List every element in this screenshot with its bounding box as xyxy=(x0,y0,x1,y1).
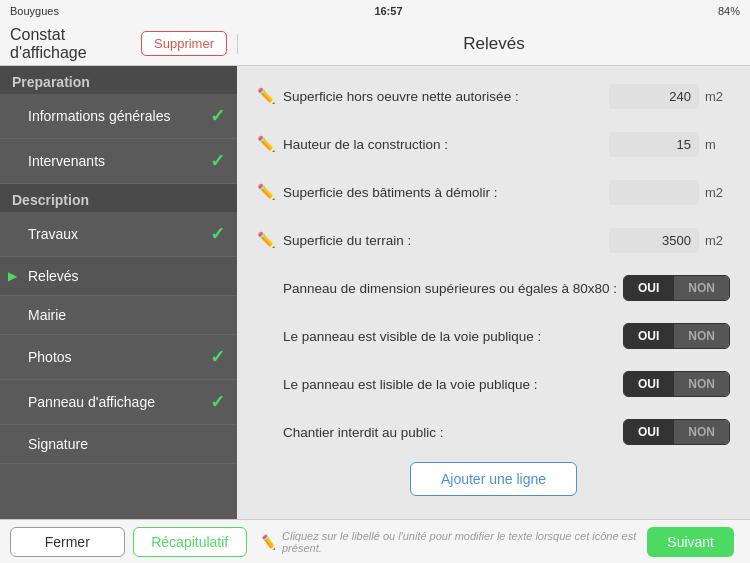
sidebar-item-photos[interactable]: Photos ✓ xyxy=(0,335,237,380)
unit-superficie-hors-oeuvre: m2 xyxy=(705,89,730,104)
form-label-superficie-terrain: Superficie du terrain : xyxy=(283,233,609,248)
main-panel: ✏️ Superficie hors oeuvre nette autorisé… xyxy=(237,66,750,519)
hint-edit-icon: ✏️ xyxy=(259,534,276,550)
fermer-button[interactable]: Fermer xyxy=(10,527,125,557)
status-bar-left: Bouygues xyxy=(10,5,59,17)
check-icon: ✓ xyxy=(210,105,225,127)
edit-icon: ✏️ xyxy=(257,135,275,153)
unit-superficie-terrain: m2 xyxy=(705,233,730,248)
input-superficie-batiments[interactable] xyxy=(609,180,699,205)
add-line-button[interactable]: Ajouter une ligne xyxy=(410,462,577,496)
form-label-panneau-lisible: Le panneau est lisible de la voie publiq… xyxy=(283,377,623,392)
header-right: Relevés xyxy=(237,34,750,54)
edit-icon: ✏️ xyxy=(257,183,275,201)
constat-title: Constat d'affichage xyxy=(10,26,141,62)
form-row-panneau-lisible: Le panneau est lisible de la voie publiq… xyxy=(257,366,730,402)
sidebar-item-mairie[interactable]: Mairie xyxy=(0,296,237,335)
toggle-non-panneau-visible[interactable]: NON xyxy=(674,324,729,348)
sidebar-item-label: Intervenants xyxy=(28,153,105,169)
toggle-chantier-interdit: OUI NON xyxy=(623,419,730,445)
edit-icon: ✏️ xyxy=(257,87,275,105)
sidebar-item-travaux[interactable]: Travaux ✓ xyxy=(0,212,237,257)
footer-right: Suivant xyxy=(647,527,740,557)
check-icon: ✓ xyxy=(210,223,225,245)
sidebar-section-description: Description xyxy=(0,184,237,212)
toggle-oui-panneau-lisible[interactable]: OUI xyxy=(624,372,673,396)
check-icon: ✓ xyxy=(210,346,225,368)
footer-left: Fermer Récapitulatif xyxy=(10,527,247,557)
hint-text: Cliquez sur le libellé ou l'unité pour m… xyxy=(282,530,647,554)
form-label-superficie-hors-oeuvre: Superficie hors oeuvre nette autorisée : xyxy=(283,89,609,104)
form-area: ✏️ Superficie hors oeuvre nette autorisé… xyxy=(237,66,750,519)
form-row-hauteur-construction: ✏️ Hauteur de la construction : m xyxy=(257,126,730,162)
form-row-superficie-terrain: ✏️ Superficie du terrain : m2 xyxy=(257,222,730,258)
toggle-oui-panneau-visible[interactable]: OUI xyxy=(624,324,673,348)
sidebar-item-panneau-affichage[interactable]: Panneau d'affichage ✓ xyxy=(0,380,237,425)
footer: Fermer Récapitulatif ✏️ Cliquez sur le l… xyxy=(0,519,750,563)
check-icon: ✓ xyxy=(210,150,225,172)
suivant-button[interactable]: Suivant xyxy=(647,527,734,557)
unit-hauteur-construction: m xyxy=(705,137,730,152)
status-bar-time: 16:57 xyxy=(374,5,402,17)
form-row-panneau-dimension: Panneau de dimension supérieures ou égal… xyxy=(257,270,730,306)
sidebar-item-signature[interactable]: Signature xyxy=(0,425,237,464)
toggle-panneau-visible: OUI NON xyxy=(623,323,730,349)
sidebar-section-preparation: Preparation xyxy=(0,66,237,94)
sidebar-item-label: Mairie xyxy=(28,307,66,323)
form-row-chantier-interdit: Chantier interdit au public : OUI NON xyxy=(257,414,730,450)
form-row-panneau-visible: Le panneau est visible de la voie publiq… xyxy=(257,318,730,354)
content: Preparation Informations générales ✓ Int… xyxy=(0,66,750,519)
sidebar-item-label: Photos xyxy=(28,349,72,365)
app-container: Constat d'affichage Supprimer Relevés Pr… xyxy=(0,22,750,563)
toggle-panneau-dimension: OUI NON xyxy=(623,275,730,301)
battery: 84% xyxy=(718,5,740,17)
check-icon: ✓ xyxy=(210,391,225,413)
form-label-hauteur-construction: Hauteur de la construction : xyxy=(283,137,609,152)
input-superficie-hors-oeuvre[interactable] xyxy=(609,84,699,109)
sidebar-item-label: Travaux xyxy=(28,226,78,242)
sidebar-item-intervenants[interactable]: Intervenants ✓ xyxy=(0,139,237,184)
form-label-chantier-interdit: Chantier interdit au public : xyxy=(283,425,623,440)
form-row-superficie-hors-oeuvre: ✏️ Superficie hors oeuvre nette autorisé… xyxy=(257,78,730,114)
footer-hint: ✏️ Cliquez sur le libellé ou l'unité pou… xyxy=(247,530,647,554)
toggle-oui-panneau-dimension[interactable]: OUI xyxy=(624,276,673,300)
sidebar: Preparation Informations générales ✓ Int… xyxy=(0,66,237,519)
header: Constat d'affichage Supprimer Relevés xyxy=(0,22,750,66)
sidebar-item-label: Signature xyxy=(28,436,88,452)
carrier: Bouygues xyxy=(10,5,59,17)
toggle-oui-chantier-interdit[interactable]: OUI xyxy=(624,420,673,444)
toggle-non-panneau-dimension[interactable]: NON xyxy=(674,276,729,300)
sidebar-item-label: Panneau d'affichage xyxy=(28,394,155,410)
toggle-non-panneau-lisible[interactable]: NON xyxy=(674,372,729,396)
input-superficie-terrain[interactable] xyxy=(609,228,699,253)
form-row-superficie-batiments: ✏️ Superficie des bâtiments à démolir : … xyxy=(257,174,730,210)
sidebar-item-label: Relevés xyxy=(28,268,79,284)
form-label-superficie-batiments: Superficie des bâtiments à démolir : xyxy=(283,185,609,200)
edit-icon: ✏️ xyxy=(257,231,275,249)
sidebar-item-label: Informations générales xyxy=(28,108,170,124)
input-hauteur-construction[interactable] xyxy=(609,132,699,157)
delete-button[interactable]: Supprimer xyxy=(141,31,227,56)
sidebar-item-releves[interactable]: Relevés xyxy=(0,257,237,296)
unit-superficie-batiments: m2 xyxy=(705,185,730,200)
recapitulatif-button[interactable]: Récapitulatif xyxy=(133,527,248,557)
toggle-non-chantier-interdit[interactable]: NON xyxy=(674,420,729,444)
form-label-panneau-visible: Le panneau est visible de la voie publiq… xyxy=(283,329,623,344)
sidebar-item-informations-generales[interactable]: Informations générales ✓ xyxy=(0,94,237,139)
form-label-panneau-dimension: Panneau de dimension supérieures ou égal… xyxy=(283,281,623,296)
releves-title: Relevés xyxy=(463,34,524,54)
header-left: Constat d'affichage Supprimer xyxy=(0,26,237,62)
toggle-panneau-lisible: OUI NON xyxy=(623,371,730,397)
status-bar-right: 84% xyxy=(718,5,740,17)
status-bar: Bouygues 16:57 84% xyxy=(0,0,750,22)
